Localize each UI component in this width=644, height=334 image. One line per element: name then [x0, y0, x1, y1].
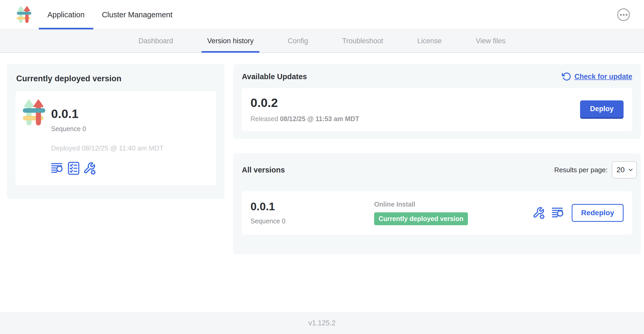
checklist-icon[interactable]	[68, 162, 79, 175]
check-for-update-link[interactable]: Check for update	[562, 72, 632, 81]
ellipsis-menu-icon[interactable]	[617, 8, 630, 21]
deployed-action-icons	[51, 162, 163, 175]
row-version-number: 0.0.1	[250, 201, 374, 212]
update-version-number: 0.0.2	[250, 96, 359, 109]
results-per-page-select[interactable]: 20	[612, 161, 637, 179]
page-footer: v1.125.2	[0, 312, 644, 334]
install-type-label: Online Install	[374, 201, 532, 208]
available-update-card: 0.0.2 Released 08/12/25 @ 11:53 am MDT D…	[242, 88, 632, 131]
results-per-page-label: Results per page:	[554, 166, 608, 174]
tab-cluster-management[interactable]: Cluster Management	[93, 0, 181, 29]
deployed-version-number: 0.0.1	[51, 107, 163, 120]
available-updates-panel: Available Updates Check for update	[233, 64, 641, 139]
console-version-label: v1.125.2	[308, 319, 336, 327]
currently-deployed-panel: Currently deployed version 0.0.1 Sequenc…	[7, 64, 225, 199]
update-info: 0.0.2 Released 08/12/25 @ 11:53 am MDT	[250, 96, 359, 123]
subnav-tab-config[interactable]: Config	[288, 30, 308, 52]
available-updates-title: Available Updates	[242, 72, 307, 81]
version-row-info: 0.0.1 Sequence 0	[250, 201, 374, 225]
deployed-version-card: 0.0.1 Sequence 0 Deployed 08/12/25 @ 11:…	[15, 91, 216, 185]
app-logo-icon	[17, 6, 31, 24]
update-released-line: Released 08/12/25 @ 11:53 am MDT	[250, 115, 359, 123]
subnav-tab-view-files[interactable]: View files	[476, 30, 506, 52]
wrench-gear-icon[interactable]	[532, 207, 545, 219]
tab-application[interactable]: Application	[39, 0, 93, 29]
redeploy-button[interactable]: Redeploy	[572, 204, 624, 222]
subnav-tab-version-history[interactable]: Version history	[207, 30, 254, 52]
app-logo-icon	[23, 99, 45, 127]
deployed-version-info: 0.0.1 Sequence 0 Deployed 08/12/25 @ 11:…	[51, 99, 163, 175]
lines-magnifier-icon[interactable]	[51, 163, 64, 174]
deployed-timestamp: Deployed 08/12/25 @ 11:40 am MDT	[51, 144, 163, 152]
top-header: Application Cluster Management	[0, 0, 644, 30]
deploy-button[interactable]: Deploy	[580, 100, 624, 119]
right-column: Available Updates Check for update	[233, 64, 641, 254]
wrench-gear-icon[interactable]	[83, 162, 96, 175]
app-subnav: Dashboard Version history Config Trouble…	[0, 30, 644, 53]
tab-application-label: Application	[47, 10, 85, 19]
results-per-page: Results per page: 20	[554, 161, 632, 179]
version-row-actions: Redeploy	[532, 204, 624, 222]
admin-console-page: Application Cluster Management Dashboard…	[0, 0, 644, 334]
lines-magnifier-icon[interactable]	[552, 207, 565, 219]
version-row-status: Online Install Currently deployed versio…	[374, 201, 532, 225]
main-content: Currently deployed version 0.0.1 Sequenc…	[0, 53, 644, 312]
subnav-tab-license[interactable]: License	[417, 30, 442, 52]
deployed-sequence: Sequence 0	[51, 125, 163, 133]
tab-cluster-management-label: Cluster Management	[102, 10, 172, 19]
all-versions-panel: All versions Results per page: 20 0.0	[233, 153, 641, 254]
currently-deployed-badge: Currently deployed version	[374, 212, 468, 225]
chevron-down-icon	[627, 167, 634, 173]
all-versions-title: All versions	[242, 166, 285, 174]
refresh-ccw-icon	[562, 72, 571, 81]
currently-deployed-title: Currently deployed version	[16, 74, 216, 83]
header-tabs: Application Cluster Management	[39, 0, 181, 29]
subnav-tab-dashboard[interactable]: Dashboard	[139, 30, 173, 52]
subnav-tab-troubleshoot[interactable]: Troubleshoot	[342, 30, 383, 52]
version-row: 0.0.1 Sequence 0 Online Install Currentl…	[242, 191, 632, 235]
row-sequence: Sequence 0	[250, 217, 374, 225]
